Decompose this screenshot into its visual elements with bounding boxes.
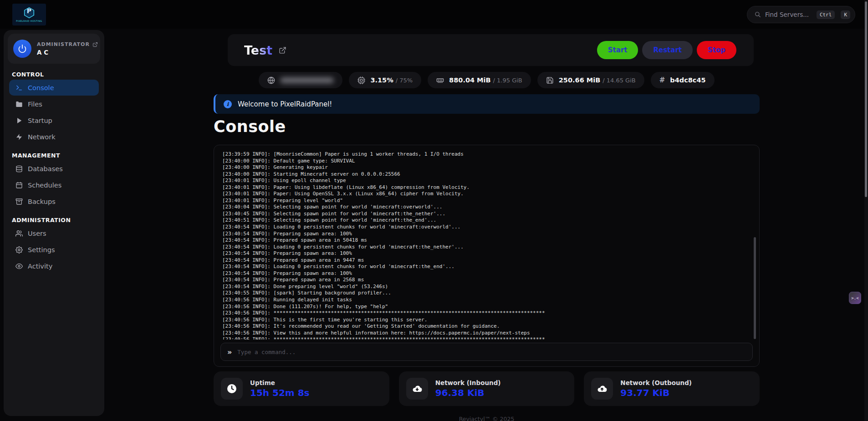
page-scrollbar <box>864 0 868 421</box>
footer-copyright: Reviactyl™ © 2025 <box>214 416 760 421</box>
page-scrollbar-thumb[interactable] <box>865 1 867 197</box>
brand-logo[interactable]: P PIXELRAID HOSTING <box>12 4 46 25</box>
console-line: [23:40:01 INFO]: Preparing level "world" <box>222 198 753 204</box>
external-link-icon <box>279 46 286 54</box>
memory-icon <box>436 76 444 84</box>
stop-button[interactable]: Stop <box>697 41 736 59</box>
open-server-external-link[interactable] <box>279 46 286 54</box>
uptime-value: 15h 52m 8s <box>250 387 310 398</box>
network-outbound-texts: Network (Outbound) 93.77 KiB <box>620 379 692 398</box>
console-line: [23:40:56 INFO]: Running delayed init ta… <box>222 297 753 304</box>
console-line: [23:39:59 INFO]: [MoonriseCommon] Paper … <box>222 151 753 158</box>
console-scrollbar-thumb[interactable] <box>754 237 756 339</box>
sidebar-item-databases[interactable]: Databases <box>9 161 99 177</box>
sidebar-item-console[interactable]: Console <box>9 80 99 96</box>
console-line: [23:40:00 INFO]: Generating keypair <box>222 164 753 171</box>
clock-icon <box>221 378 243 400</box>
server-header: Test Start Restart Stop <box>228 34 754 66</box>
search-placeholder: Find Servers... <box>765 11 811 18</box>
command-bar: » <box>220 343 753 361</box>
console-line: [23:40:51 INFO]: Selecting spawn point f… <box>222 217 753 224</box>
sidebar-item-label: Startup <box>28 117 52 124</box>
sidebar: ADMINISTRATOR A C CONTROL Console Files … <box>4 30 104 416</box>
sidebar-item-network[interactable]: Network <box>9 129 99 145</box>
kbd-k: K <box>841 10 850 19</box>
network-outbound-label: Network (Outbound) <box>620 379 692 386</box>
console-line: [23:40:56 INFO]: View this and more help… <box>222 330 753 337</box>
calendar-icon <box>15 181 23 189</box>
restart-button[interactable]: Restart <box>642 41 693 59</box>
network-outbound-card: Network (Outbound) 93.77 KiB <box>584 371 760 406</box>
console-line: [23:40:01 INFO]: Using epoll channel typ… <box>222 178 753 184</box>
start-button[interactable]: Start <box>597 41 638 59</box>
cloud-download-icon <box>406 378 428 400</box>
sidebar-item-files[interactable]: Files <box>9 96 99 112</box>
gear-icon <box>15 246 23 254</box>
main-content: Test Start Restart Stop 3.15% / 75% <box>214 0 760 421</box>
account-role: ADMINISTRATOR <box>37 41 90 47</box>
sidebar-item-schedules[interactable]: Schedules <box>9 177 99 193</box>
network-inbound-card: Network (Inbound) 96.38 KiB <box>399 371 575 406</box>
console-line: [23:40:56 INFO]: This is the first time … <box>222 317 753 324</box>
folder-icon <box>15 100 23 108</box>
account-name: A C <box>37 49 98 56</box>
console-line: [23:40:55 INFO]: [spark] Starting backgr… <box>222 290 753 297</box>
memory-usage-value: 880.04 MiB <box>449 76 490 84</box>
sidebar-item-settings[interactable]: Settings <box>9 242 99 258</box>
database-icon <box>15 165 23 172</box>
sidebar-item-label: Settings <box>28 246 55 254</box>
command-input[interactable] <box>237 349 746 355</box>
account-card[interactable]: ADMINISTRATOR A C <box>8 34 100 64</box>
server-id-value: b4dc8c45 <box>670 76 705 84</box>
sidebar-item-startup[interactable]: Startup <box>9 112 99 128</box>
console-line: [23:40:56 INFO]: ***********************… <box>222 336 753 340</box>
console-line: [23:40:54 INFO]: Loading 0 persistent ch… <box>222 244 753 251</box>
archive-icon <box>15 198 23 205</box>
console-line: [23:40:45 INFO]: Selecting spawn point f… <box>222 211 753 218</box>
account-info: ADMINISTRATOR A C <box>37 41 98 56</box>
memory-usage-pill: 880.04 MiB / 1.95 GiB <box>428 72 531 88</box>
console-line: [23:40:54 INFO]: Prepared spawn area in … <box>222 237 753 244</box>
sidebar-item-backups[interactable]: Backups <box>9 193 99 209</box>
console-line: [23:40:01 INFO]: Paper: Using libdeflate… <box>222 184 753 191</box>
console-line: [23:40:54 INFO]: Loading 0 persistent ch… <box>222 264 753 270</box>
hash-icon: # <box>659 76 665 84</box>
cpu-usage-pill: 3.15% / 75% <box>349 72 421 88</box>
sidebar-item-label: Console <box>28 84 54 91</box>
info-icon: i <box>224 100 232 108</box>
globe-icon <box>267 76 275 84</box>
users-icon <box>15 229 23 237</box>
eye-icon <box>15 262 23 270</box>
console-line: [23:40:54 INFO]: Prepared spawn area in … <box>222 277 753 284</box>
console-line: [23:40:56 INFO]: ***********************… <box>222 310 753 317</box>
uptime-label: Uptime <box>250 379 310 386</box>
uptime-texts: Uptime 15h 52m 8s <box>250 379 310 398</box>
kbd-ctrl: Ctrl <box>817 10 835 19</box>
stat-cards-row: Uptime 15h 52m 8s Network (Inbound) 96.3… <box>214 371 760 406</box>
sidebar-item-users[interactable]: Users <box>9 225 99 241</box>
console-line: [23:40:54 INFO]: Done preparing level "w… <box>222 284 753 290</box>
sidebar-item-label: Activity <box>28 263 52 270</box>
console-line: [23:40:56 INFO]: Done (111.207s)! For he… <box>222 304 753 310</box>
sidebar-item-label: Schedules <box>28 182 61 189</box>
server-ip-redacted <box>280 77 334 83</box>
find-servers-search[interactable]: Find Servers... Ctrl K <box>747 6 855 23</box>
brand-logo-letter: P <box>23 7 35 15</box>
console-line: [23:40:54 INFO]: Preparing spawn area: 1… <box>222 270 753 277</box>
sidebar-item-label: Databases <box>28 165 63 172</box>
console-line: [23:40:56 INFO]: It's recommended you re… <box>222 323 753 330</box>
external-link-icon[interactable] <box>92 42 98 47</box>
power-icon <box>18 44 27 53</box>
widget-toggle-button[interactable]: >.< <box>849 292 861 304</box>
brand-logo-text: PIXELRAID HOSTING <box>16 20 42 22</box>
cpu-usage-limit: / 75% <box>396 77 413 84</box>
console-line: [23:40:54 INFO]: Loading 0 persistent ch… <box>222 224 753 231</box>
console-log[interactable]: [23:39:59 INFO]: [MoonriseCommon] Paper … <box>214 145 753 340</box>
sidebar-item-activity[interactable]: Activity <box>9 258 99 274</box>
sidebar-item-label: Network <box>28 133 56 141</box>
page-title: Console <box>214 117 286 136</box>
disk-usage-pill: 250.66 MiB / 14.65 GiB <box>537 72 644 88</box>
memory-usage-limit: / 1.95 GiB <box>493 77 522 84</box>
console-line: [23:40:54 INFO]: Preparing spawn area: 1… <box>222 231 753 238</box>
welcome-banner-text: Welcome to PixelRaidPanel! <box>238 100 332 108</box>
